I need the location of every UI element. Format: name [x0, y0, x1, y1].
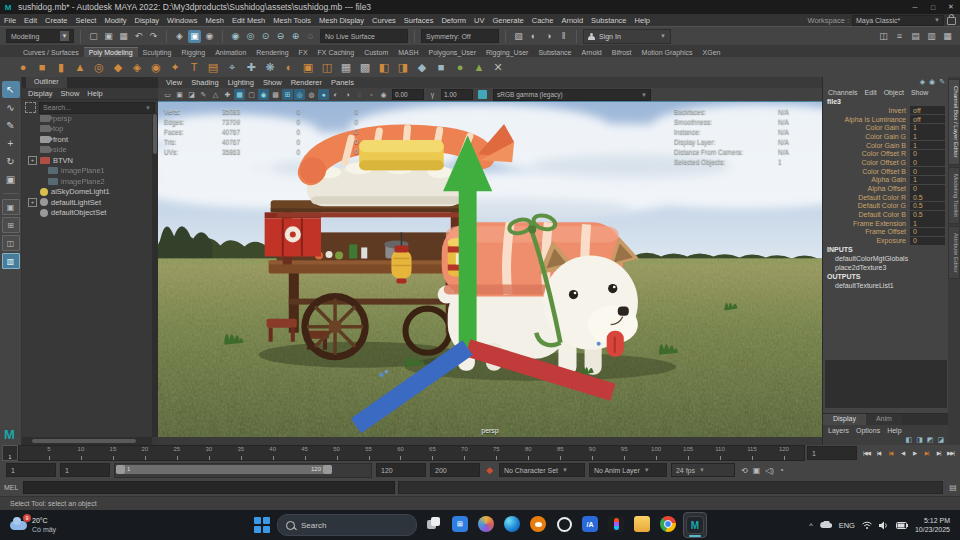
status-icon-redo[interactable]: ↷ [147, 30, 160, 43]
shelf-tool-construction-plane[interactable]: ⌖ [223, 59, 241, 76]
language-indicator[interactable]: ENG [839, 521, 855, 530]
attribute-label[interactable]: Alpha Offset [823, 185, 910, 192]
layer-editor-menu[interactable]: Layers [828, 427, 849, 434]
panel-toggle-icon-attribute-editor-toggle[interactable]: ▥ [925, 30, 938, 43]
outliner-item[interactable]: + front [22, 134, 152, 145]
shelf-tool-boolean-intersect[interactable]: ▩ [356, 59, 374, 76]
shelf-tab[interactable]: Arnold [576, 48, 606, 57]
taskbar-app-edge[interactable] [501, 512, 523, 536]
status-icon-open-scene[interactable]: ▣ [102, 30, 115, 43]
wifi-icon[interactable] [862, 521, 872, 529]
sidebar-tab[interactable]: Attribute Editor [948, 226, 960, 280]
clock[interactable]: 5:12 PM 10/23/2025 [915, 516, 950, 535]
viewport-toolbar-icon[interactable]: ▣ [174, 89, 185, 100]
attribute-label[interactable]: Color Gain R [823, 124, 910, 131]
viewport-toolbar-icon[interactable]: ⊞ [282, 89, 293, 100]
menu[interactable]: Substance [587, 16, 630, 25]
outliner-menu[interactable]: Display [28, 89, 53, 98]
outliner-item[interactable]: + BTVN [22, 155, 152, 166]
attribute-value-field[interactable]: 0 [910, 150, 945, 158]
taskbar-app-chrome[interactable] [657, 512, 679, 536]
taskbar-app-file-explorer[interactable] [631, 512, 653, 536]
attribute-value-field[interactable]: off [910, 106, 945, 114]
outliner-menu[interactable]: Show [61, 89, 80, 98]
shelf-tab[interactable]: Rigging_User [481, 48, 533, 57]
attribute-value-field[interactable]: 1 [910, 132, 945, 140]
viewport-toolbar-icon[interactable]: ● [318, 89, 329, 100]
live-surface-field[interactable]: No Live Surface [320, 29, 408, 43]
channel-box-menu[interactable]: Edit [865, 89, 877, 96]
outliner-item[interactable]: + persp [22, 113, 152, 124]
view-transform-icon[interactable] [478, 90, 487, 99]
outliner-tab[interactable]: Outliner [26, 77, 67, 88]
snap-icon-make-live[interactable]: ◌ [304, 30, 317, 43]
outliner-hscrollbar[interactable] [22, 437, 152, 445]
viewport-toolbar-icon[interactable]: ◑ [342, 89, 353, 100]
color-space-select[interactable]: sRGB gamma (legacy)▼ [493, 89, 651, 101]
mute-icon[interactable]: ◁) [765, 466, 774, 475]
shelf-tool-boolean-union[interactable]: ◫ [318, 59, 336, 76]
viewport-3d-scene[interactable]: Verts:3508300 Edges:7370900 Faces:407670… [158, 101, 822, 437]
playhead[interactable]: 1 [2, 445, 18, 461]
volume-icon[interactable] [879, 521, 889, 530]
viewport-toolbar-icon[interactable]: ◉ [258, 89, 269, 100]
shelf-tool-add-divisions[interactable]: ✚ [242, 59, 260, 76]
shelf-tool-poly-torus[interactable]: ◎ [90, 59, 108, 76]
attribute-label[interactable]: Default Color G [823, 202, 910, 209]
viewport-toolbar-icon[interactable]: ✎ [198, 89, 209, 100]
layer-icon[interactable]: ◪ [937, 436, 944, 444]
shelf-tool-poly-sphere[interactable]: ● [14, 59, 32, 76]
attribute-label[interactable]: Alpha Is Luminance [823, 116, 910, 123]
shelf-tool-boolean-difference[interactable]: ▦ [337, 59, 355, 76]
weather-widget[interactable]: 9 20°CCó mây [0, 516, 160, 534]
attribute-value-field[interactable]: 0.5 [910, 202, 945, 210]
attribute-value-field[interactable]: 0 [910, 158, 945, 166]
shelf-tool-poly-plane[interactable]: ◆ [109, 59, 127, 76]
shelf-tab[interactable]: Rigging [176, 48, 210, 57]
battery-icon[interactable] [896, 522, 908, 529]
attribute-label[interactable]: Invert [823, 107, 910, 114]
channel-box-menu[interactable]: Object [884, 89, 904, 96]
timeline-track[interactable]: 5101520253035404550556065707580859095100… [18, 445, 805, 461]
viewport-toolbar-icon[interactable]: ▭ [162, 89, 173, 100]
outliner-search-input[interactable]: Search...▼ [39, 102, 155, 114]
viewport-toolbar-icon[interactable]: ▢ [246, 89, 257, 100]
workspace-select[interactable]: Maya Classic*▼ [852, 15, 944, 26]
character-set-select[interactable]: No Character Set▼ [499, 463, 585, 477]
menu[interactable]: Surfaces [400, 16, 438, 25]
attribute-label[interactable]: Frame Extension [823, 220, 910, 227]
attribute-value-field[interactable]: 1 [910, 176, 945, 184]
sidebar-tab[interactable]: Channel Box / Layer Editor [948, 79, 960, 165]
channel-box-icon-speed-state[interactable]: ◉ [929, 78, 935, 86]
shelf-tab[interactable]: XGen [698, 48, 726, 57]
window-control-maximize[interactable]: □ [924, 0, 942, 14]
attribute-label[interactable]: Exposure [823, 237, 910, 244]
input-node[interactable]: place2dTexture3 [823, 263, 949, 272]
layer-editor-tab[interactable]: Display [823, 414, 866, 425]
layer-editor-tab[interactable]: Anim [866, 414, 902, 425]
panel-toggle-icon-tool-settings-toggle[interactable]: ▤ [909, 30, 922, 43]
menu[interactable]: Mesh Display [315, 16, 368, 25]
viewport-menu[interactable]: Lighting [228, 78, 254, 87]
menu[interactable]: Edit Mesh [228, 16, 269, 25]
exposure-field[interactable]: 0.00 [392, 89, 424, 100]
tool-paint-select[interactable]: ✎ [2, 117, 20, 134]
layout-button-two-pane[interactable]: ◫ [2, 235, 20, 251]
shelf-tab[interactable]: Custom [359, 48, 393, 57]
viewport-menu[interactable]: Panels [331, 78, 354, 87]
current-frame-field[interactable]: 1 [807, 446, 857, 460]
render-icon-render-settings[interactable]: ◑ [542, 30, 555, 43]
range-track[interactable]: 1 120 [114, 463, 372, 478]
exposure-icon[interactable]: ◉ [378, 89, 389, 100]
taskbar-app-microsoft-store[interactable]: ⊞ [449, 512, 471, 536]
outliner-item[interactable]: + top [22, 124, 152, 135]
symmetry-field[interactable]: Symmetry: Off [421, 29, 499, 43]
menu[interactable]: Deform [437, 16, 470, 25]
menu[interactable]: Windows [163, 16, 201, 25]
transport-button-play-backwards[interactable]: ◀ [897, 447, 908, 459]
outliner-item[interactable]: + defaultLightSet [22, 197, 152, 208]
outliner-item[interactable]: + imagePlane2 [22, 176, 152, 187]
menu-set-select[interactable]: Modeling▼ [6, 29, 74, 43]
shelf-tab[interactable]: Animation [210, 48, 251, 57]
lock-icon[interactable] [947, 17, 956, 25]
